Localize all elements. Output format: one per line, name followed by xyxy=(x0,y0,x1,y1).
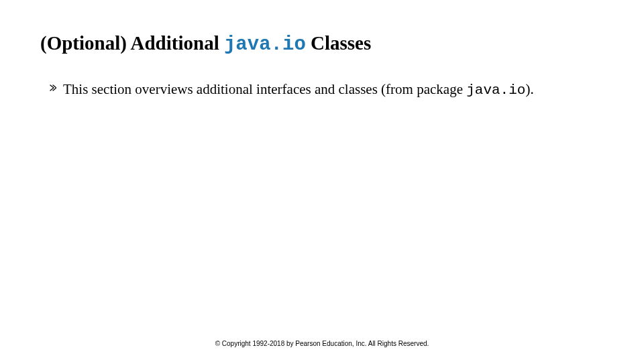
bullet-text-after: ). xyxy=(525,81,533,97)
title-code: java.io xyxy=(224,34,306,56)
footer-copyright: © Copyright 1992-2018 by Pearson Educati… xyxy=(0,340,644,347)
bullet-text-before: This section overviews additional interf… xyxy=(63,81,466,97)
slide-title: (Optional) Additional java.io Classes xyxy=(40,31,604,57)
title-prefix: (Optional) Additional xyxy=(40,32,224,54)
bullet-arrow-icon xyxy=(50,84,59,91)
title-suffix: Classes xyxy=(306,32,371,54)
slide: (Optional) Additional java.io Classes Th… xyxy=(0,0,644,362)
bullet-text: This section overviews additional interf… xyxy=(63,80,534,100)
slide-body: This section overviews additional interf… xyxy=(40,80,604,100)
bullet-item: This section overviews additional interf… xyxy=(50,80,604,100)
bullet-text-code: java.io xyxy=(466,82,525,98)
